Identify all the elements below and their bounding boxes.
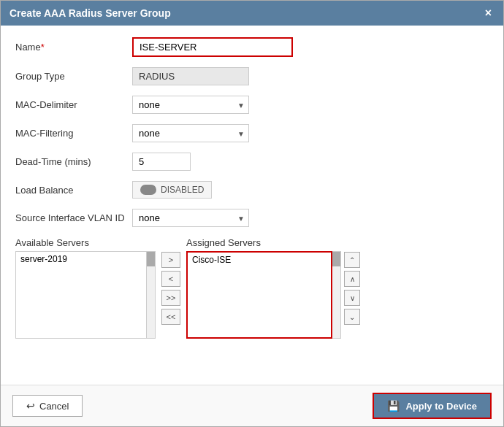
dead-time-row: Dead-Time (mins) (15, 153, 489, 171)
source-interface-select[interactable]: none (132, 209, 249, 227)
source-interface-label: Source Interface VLAN ID (15, 212, 132, 223)
dead-time-input[interactable] (132, 153, 191, 171)
mac-delimiter-select[interactable]: none (132, 96, 249, 114)
dead-time-label: Dead-Time (mins) (15, 156, 132, 167)
servers-section: Available Servers server-2019 > < >> << (15, 237, 489, 339)
group-type-row: Group Type RADIUS (15, 67, 489, 85)
dialog-title: Create AAA Radius Server Group (9, 7, 171, 19)
move-all-left-button[interactable]: << (161, 309, 180, 325)
move-to-top-button[interactable]: ⌃ (344, 252, 360, 268)
assigned-servers-label: Assigned Servers (186, 237, 341, 248)
load-balance-toggle[interactable]: DISABLED (132, 181, 212, 199)
move-up-button[interactable]: ∧ (344, 271, 360, 287)
dialog-footer: ↩ Cancel 💾 Apply to Device (1, 385, 503, 426)
load-balance-row: Load Balance DISABLED (15, 181, 489, 199)
transfer-controls: > < >> << (156, 252, 186, 325)
available-scrollbar (147, 251, 156, 339)
mac-filtering-select[interactable]: none (132, 124, 249, 142)
scroll-thumb (147, 252, 155, 266)
move-to-bottom-button[interactable]: ⌄ (344, 309, 360, 325)
order-controls: ⌃ ∧ ∨ ⌄ (341, 252, 363, 325)
apply-to-device-button[interactable]: 💾 Apply to Device (373, 393, 492, 419)
available-servers-wrapper: Available Servers server-2019 (15, 237, 156, 339)
scroll-thumb (332, 252, 340, 266)
mac-filtering-select-wrapper: none ▼ (132, 124, 249, 142)
assigned-list-scroll-wrapper: Cisco-ISE (186, 251, 341, 339)
dialog: Create AAA Radius Server Group × Name Gr… (0, 0, 504, 427)
mac-filtering-row: MAC-Filtering none ▼ (15, 124, 489, 142)
dialog-header: Create AAA Radius Server Group × (1, 1, 503, 26)
assigned-servers-wrapper: Assigned Servers Cisco-ISE (186, 237, 341, 339)
cancel-button[interactable]: ↩ Cancel (12, 395, 83, 417)
group-type-value: RADIUS (132, 67, 249, 85)
toggle-label: DISABLED (161, 185, 204, 195)
load-balance-label: Load Balance (15, 185, 132, 196)
name-row: Name (15, 37, 489, 57)
available-servers-label: Available Servers (15, 237, 156, 248)
mac-delimiter-select-wrapper: none ▼ (132, 96, 249, 114)
move-left-button[interactable]: < (161, 271, 180, 287)
move-down-button[interactable]: ∨ (344, 290, 360, 306)
source-interface-select-wrapper: none ▼ (132, 209, 249, 227)
mac-delimiter-row: MAC-Delimiter none ▼ (15, 96, 489, 114)
dialog-body: Name Group Type RADIUS MAC-Delimiter non… (1, 26, 503, 385)
list-item[interactable]: server-2019 (16, 252, 146, 266)
move-right-button[interactable]: > (161, 252, 180, 268)
available-servers-list[interactable]: server-2019 (15, 251, 147, 339)
assigned-scrollbar (332, 251, 341, 339)
move-all-right-button[interactable]: >> (161, 290, 180, 306)
close-button[interactable]: × (482, 7, 495, 20)
source-interface-row: Source Interface VLAN ID none ▼ (15, 209, 489, 227)
name-label: Name (15, 42, 132, 53)
group-type-label: Group Type (15, 71, 132, 82)
list-item[interactable]: Cisco-ISE (188, 253, 331, 267)
name-input[interactable] (132, 37, 293, 57)
mac-filtering-label: MAC-Filtering (15, 128, 132, 139)
available-list-scroll-wrapper: server-2019 (15, 251, 156, 339)
toggle-indicator (140, 185, 156, 195)
cancel-icon: ↩ (26, 400, 35, 412)
cancel-label: Cancel (39, 401, 69, 412)
mac-delimiter-label: MAC-Delimiter (15, 99, 132, 110)
save-icon: 💾 (387, 400, 400, 412)
apply-label: Apply to Device (405, 401, 477, 412)
assigned-servers-list[interactable]: Cisco-ISE (186, 251, 332, 339)
